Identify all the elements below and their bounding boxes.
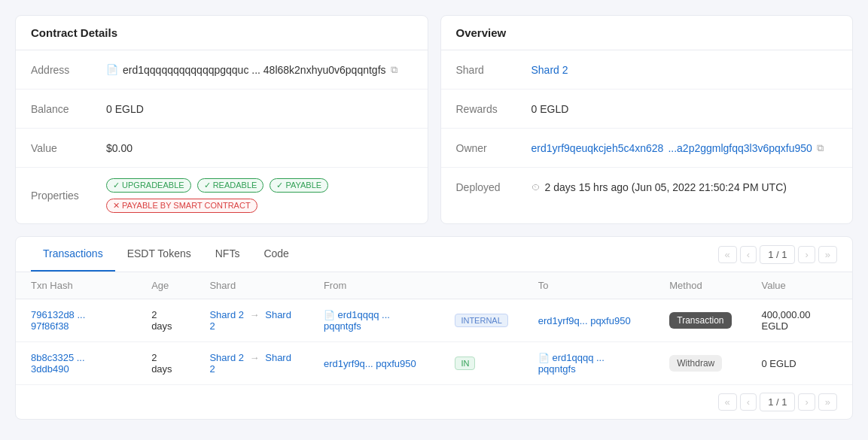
next-page-button[interactable]: › [798,246,815,263]
page-label-bottom: 1 / 1 [760,393,795,411]
clock-icon: ⏲ [531,182,541,193]
th-value: Value [747,272,852,299]
rewards-value: 0 EGLD [531,103,569,115]
transactions-panel: Transactions ESDT Tokens NFTs Code « ‹ 1… [15,236,853,420]
td-to: 📄 erd1qqqq ... pqqntgfs [523,342,654,385]
tx-hash-link[interactable]: 8b8c3325 ... [31,352,85,363]
contract-details-title: Contract Details [16,16,428,50]
overview-panel: Overview Shard Shard 2 Rewards 0 EGLD Ow… [440,15,854,224]
prev-page-button[interactable]: ‹ [740,246,757,263]
tab-transactions[interactable]: Transactions [31,237,115,272]
readable-badge: ✓ READABLE [197,178,264,193]
from-addr-link[interactable]: erd1yrf9q... pqxfu950 [324,358,416,369]
th-method: Method [654,272,746,299]
method-badge: Transaction [669,312,731,329]
table-row: 8b8c3325 ... 3ddb490 2 days Shard 2 → Sh… [16,342,852,385]
in-badge: IN [455,357,475,370]
properties-badges: ✓ UPGRADEABLE ✓ READABLE ✓ PAYABLE ✕ PAY… [106,178,413,213]
upgradeable-badge: ✓ UPGRADEABLE [106,178,191,193]
prev-page-button-bottom[interactable]: ‹ [740,393,757,411]
deployed-label: Deployed [456,181,531,193]
owner-link-1[interactable]: erd1yrf9qeuqkcjeh5c4xn628 [531,142,664,154]
shard-label: Shard [456,64,531,76]
td-from: 📄 erd1qqqq ... pqqntgfs [309,299,440,342]
tab-code[interactable]: Code [251,237,300,272]
owner-value: erd1yrf9qeuqkcjeh5c4xn628 ...a2p2ggmlgfq… [531,142,824,154]
td-shard: Shard 2 → Shard 2 [194,299,308,342]
balance-value: 0 EGLD [106,103,144,115]
td-value: 400,000.00 EGLD [747,299,852,342]
tabs-container: Transactions ESDT Tokens NFTs Code [31,237,301,272]
tabs-row: Transactions ESDT Tokens NFTs Code « ‹ 1… [16,237,852,272]
td-badge: INTERNAL [440,299,522,342]
shard-arrow-icon: → [250,309,260,320]
td-badge: IN [440,342,522,385]
shard-link[interactable]: Shard 2 [531,64,568,76]
td-from: erd1yrf9q... pqxfu950 [309,342,440,385]
properties-label: Properties [31,190,106,202]
to-doc-icon: 📄 [538,353,550,363]
value-label: Value [31,142,106,154]
tab-nfts[interactable]: NFTs [203,237,252,272]
address-link[interactable]: erd1qqqqqqqqqqqqpgqquc ... 48l68k2nxhyu0… [123,64,386,76]
tx-hash-link[interactable]: 796132d8 ... [31,309,85,320]
shard-arrow-icon: → [250,352,260,363]
td-age: 2 days [136,342,194,385]
next-page-button-bottom[interactable]: › [798,393,815,411]
td-hash: 796132d8 ... 97f86f38 [16,299,136,342]
address-row: Address 📄 erd1qqqqqqqqqqqqpgqquc ... 48l… [16,50,428,90]
deployed-time: 2 days 15 hrs ago (Jun 05, 2022 21:50:24… [545,181,787,193]
td-value: 0 EGLD [747,342,852,385]
shard-row: Shard Shard 2 [441,50,853,90]
first-page-button-bottom[interactable]: « [718,393,737,411]
rewards-row: Rewards 0 EGLD [441,90,853,129]
value-row: Value $0.00 [16,129,428,168]
document-icon: 📄 [106,64,118,75]
td-to: erd1yrf9q... pqxfu950 [523,299,654,342]
td-hash: 8b8c3325 ... 3ddb490 [16,342,136,385]
method-badge: Withdraw [669,355,722,372]
address-value: 📄 erd1qqqqqqqqqqqqpgqquc ... 48l68k2nxhy… [106,64,397,76]
td-method: Withdraw [654,342,746,385]
internal-badge: INTERNAL [455,314,507,327]
pagination-bottom: « ‹ 1 / 1 › » [718,393,837,411]
copy-icon[interactable]: ⧉ [391,64,397,76]
owner-label: Owner [456,142,531,154]
owner-copy-icon[interactable]: ⧉ [817,142,824,154]
payable-smart-contract-badge: ✕ PAYABLE BY SMART CONTRACT [106,199,257,213]
tab-esdt-tokens[interactable]: ESDT Tokens [115,237,203,272]
table-header-row: Txn Hash Age Shard From To Method Value [16,272,852,299]
deployed-value: ⏲ 2 days 15 hrs ago (Jun 05, 2022 21:50:… [531,181,787,193]
value-amount: $0.00 [106,142,132,154]
to-addr-link[interactable]: erd1yrf9q... pqxfu950 [538,315,631,326]
rewards-label: Rewards [456,103,531,115]
last-page-button-bottom[interactable]: » [818,393,837,411]
td-age: 2 days [136,299,194,342]
table-row: 796132d8 ... 97f86f38 2 days Shard 2 → S… [16,299,852,342]
owner-link-2[interactable]: ...a2p2ggmlgfqq3l3v6pqxfu950 [668,142,812,154]
shard-from-link[interactable]: Shard 2 [209,352,244,363]
balance-row: Balance 0 EGLD [16,90,428,129]
shard-value: Shard 2 [531,64,568,76]
th-txn-hash: Txn Hash [16,272,136,299]
td-shard: Shard 2 → Shard 2 [194,342,308,385]
th-direction [440,272,522,299]
tx-hash-link-2[interactable]: 3ddb490 [31,363,69,375]
balance-label: Balance [31,103,106,115]
properties-row: Properties ✓ UPGRADEABLE ✓ READABLE ✓ PA… [16,168,428,223]
deployed-row: Deployed ⏲ 2 days 15 hrs ago (Jun 05, 20… [441,168,853,207]
owner-row: Owner erd1yrf9qeuqkcjeh5c4xn628 ...a2p2g… [441,129,853,168]
th-to: To [523,272,654,299]
properties-value: ✓ UPGRADEABLE ✓ READABLE ✓ PAYABLE ✕ PAY… [106,178,413,213]
th-shard: Shard [194,272,308,299]
page-label-top: 1 / 1 [760,245,795,264]
shard-from-link[interactable]: Shard 2 [209,309,244,320]
first-page-button[interactable]: « [718,246,737,263]
tx-hash-link-2[interactable]: 97f86f38 [31,320,69,332]
last-page-button[interactable]: » [818,246,837,263]
contract-details-panel: Contract Details Address 📄 erd1qqqqqqqqq… [15,15,428,224]
th-age: Age [136,272,194,299]
overview-title: Overview [441,16,853,50]
address-label: Address [31,64,106,76]
transactions-table: Txn Hash Age Shard From To Method Value … [16,272,852,384]
